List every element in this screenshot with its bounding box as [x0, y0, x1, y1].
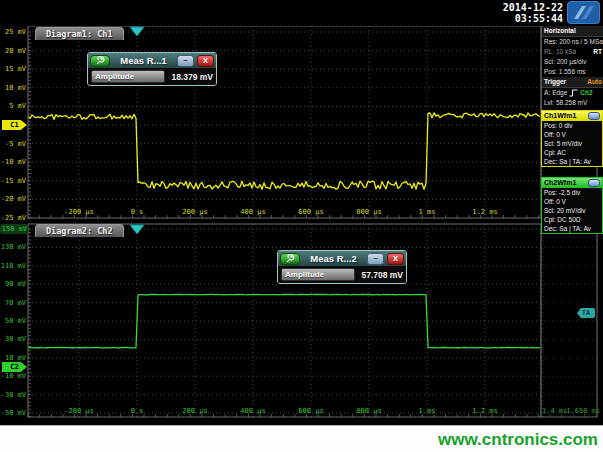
measurement-window-1[interactable]: Meas R...1 – X Amplitude 18.379 mV [87, 52, 217, 86]
x-axis-label: 800 µs [345, 406, 393, 416]
meas1-titlebar[interactable]: Meas R...1 – X [88, 53, 216, 68]
meas2-minimize-button[interactable]: – [367, 253, 384, 265]
meas1-value: 18.379 mV [169, 72, 213, 82]
meas1-result-row: Amplitude 18.379 mV [88, 68, 216, 85]
ch2box-title: Ch2Wfm1 [544, 178, 576, 188]
trigger-source-row: A: Edge Ch2 [542, 88, 603, 98]
meas1-settings-button[interactable] [90, 55, 110, 67]
y-axis-label: 90 mV [0, 279, 26, 289]
oscilloscope-screen: 25 mV20 mV15 mV10 mV5 mV-5 mV-10 mV-15 m… [0, 0, 603, 452]
ch1-waveform-settings-box[interactable]: Ch1Wfm1 Pos: 0 div Off: 0 V Scl: 5 mV/di… [541, 110, 603, 167]
meas2-close-button[interactable]: X [387, 253, 404, 265]
y-axis-label: 70 mV [0, 298, 26, 308]
y-axis-label: 50 mV [0, 316, 26, 326]
x-axis-label: 1.2 ms [461, 406, 509, 416]
ch1-decimation-row: Dec: Sa | TA: Av [542, 157, 602, 166]
y-axis-label: 110 mV [0, 261, 26, 271]
trigger-panel-header[interactable]: Trigger Auto [542, 77, 603, 88]
horizontal-rl-row: RL: 10 kSa RT [542, 47, 603, 57]
y-axis-label: 30 mV [0, 334, 26, 344]
watermark-text: www.cntronics.com [438, 426, 598, 452]
x-axis-label-right-edge: 1.650 ms [556, 406, 600, 416]
ch1-coupling-row: Cpl: AC [542, 148, 602, 157]
meas2-value: 57.708 mV [359, 270, 403, 280]
x-axis-label: 200 µs [171, 406, 219, 416]
ch2-decimation-row: Dec: Sa | TA: Av [542, 224, 602, 233]
ch2-offset-row: Off: 0 V [542, 197, 602, 206]
y-axis-label: -50 mV [0, 408, 26, 418]
ch1-offset-row: Off: 0 V [542, 130, 602, 139]
date-label: 2014-12-22 [503, 2, 563, 13]
trigger-mode-badge: Auto [587, 77, 602, 87]
minimize-icon[interactable] [588, 112, 600, 120]
rising-edge-icon [569, 89, 578, 97]
y-axis-label: 10 mV [0, 353, 26, 363]
y-axis-label: 150 mV [0, 224, 28, 234]
x-axis-label: 1 ms [403, 406, 451, 416]
ch1-scale-row: Scl: 5 mV/div [542, 139, 602, 148]
x-axis-label: 600 µs [287, 406, 335, 416]
trigger-title: Trigger [544, 77, 566, 87]
meas1-minimize-button[interactable]: – [177, 55, 194, 67]
footer-strip: www.cntronics.com [0, 425, 603, 452]
ch2-coupling-row: Cpl: DC 50Ω [542, 215, 602, 224]
meas2-title: Meas R...2 [303, 253, 364, 264]
realtime-badge: RT [593, 47, 602, 57]
ch1-pos-row: Pos: 0 div [542, 121, 602, 130]
meas1-title: Meas R...1 [113, 55, 174, 66]
minimize-icon[interactable] [588, 179, 600, 187]
x-axis-label: 0 s [113, 406, 161, 416]
tab-diagram2-ch2[interactable]: Diagram2: Ch2 [35, 224, 124, 237]
ch2-pos-row: Pos: -2.5 div [542, 188, 602, 197]
wrench-icon [96, 56, 105, 65]
meas1-close-button[interactable]: X [197, 55, 214, 67]
horizontal-position-row: Pos: 1.556 ms [542, 67, 603, 77]
y-axis-label: 130 mV [0, 242, 26, 252]
ch1box-title: Ch1Wfm1 [544, 111, 576, 121]
rohde-schwarz-logo-icon [567, 1, 600, 28]
meas2-result-row: Amplitude 57.708 mV [278, 266, 406, 283]
ch2-waveform-settings-box[interactable]: Ch2Wfm1 Pos: -2.5 div Off: 0 V Scl: 20 m… [541, 177, 603, 234]
y-axis-label: -30 mV [0, 390, 26, 400]
ch2box-header[interactable]: Ch2Wfm1 [542, 178, 602, 188]
ch2-scale-row: Scl: 20 mV/div [542, 206, 602, 215]
meas2-titlebar[interactable]: Meas R...2 – X [278, 251, 406, 266]
x-axis-label: 400 µs [229, 406, 277, 416]
wrench-icon [286, 254, 295, 263]
acquisition-panel[interactable]: Horizontal Res: 200 ns / 5 MSa/s RL: 10 … [541, 26, 603, 110]
title-bar: 2014-12-22 03:55:44 [0, 0, 603, 26]
meas2-param-label: Amplitude [281, 268, 355, 281]
meas2-settings-button[interactable] [280, 253, 300, 265]
x-axis-label: -200 µs [55, 406, 103, 416]
y-axis-label: -10 mV [0, 371, 26, 381]
time-label: 03:55:44 [503, 13, 563, 24]
horizontal-res-row: Res: 200 ns / 5 MSa/s [542, 37, 603, 47]
meas1-param-label: Amplitude [91, 70, 165, 83]
tab-diagram1-ch1[interactable]: Diagram1: Ch1 [35, 27, 124, 40]
trigger-level-row: Lvl: 58.258 mV [542, 98, 603, 108]
horizontal-scale-row: Scl: 200 µs/div [542, 57, 603, 67]
ch1box-header[interactable]: Ch1Wfm1 [542, 111, 602, 121]
measurement-window-2[interactable]: Meas R...2 – X Amplitude 57.708 mV [277, 250, 407, 284]
datetime-display: 2014-12-22 03:55:44 [503, 2, 563, 24]
